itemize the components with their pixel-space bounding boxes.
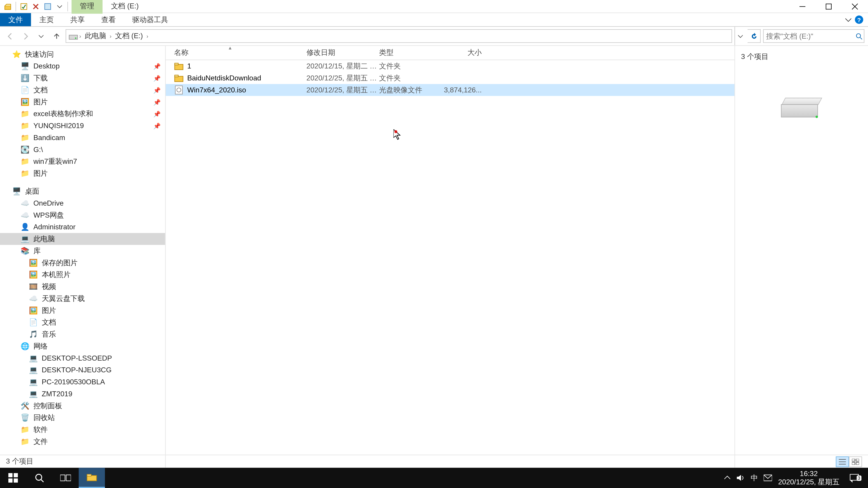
address-history-icon[interactable] bbox=[735, 27, 745, 45]
tree-documents[interactable]: 📄文档📌 bbox=[0, 84, 165, 96]
tree-control-panel[interactable]: 🛠️控制面板 bbox=[0, 400, 165, 412]
help-icon[interactable]: ? bbox=[855, 15, 863, 24]
tree-label: ZMT2019 bbox=[42, 390, 72, 398]
tree-label: 图片 bbox=[33, 168, 48, 178]
address-bar[interactable]: › 此电脑 › 文档 (E:) › bbox=[66, 29, 732, 43]
tree-recycle[interactable]: 🗑️回收站 bbox=[0, 412, 165, 424]
tree-tianyi[interactable]: ☁️天翼云盘下载 bbox=[0, 293, 165, 304]
pc-icon: 💻 bbox=[29, 389, 38, 398]
recent-locations-icon[interactable] bbox=[35, 30, 48, 43]
network-icon: 🌐 bbox=[20, 341, 30, 351]
svg-rect-4 bbox=[45, 3, 51, 9]
qat-dropdown-icon[interactable] bbox=[54, 1, 65, 11]
tree-videos[interactable]: 🎞️视频 bbox=[0, 281, 165, 293]
tab-drive-tools[interactable]: 驱动器工具 bbox=[124, 13, 177, 26]
search-box[interactable] bbox=[763, 29, 864, 43]
tree-pc4[interactable]: 💻ZMT2019 bbox=[0, 388, 165, 400]
qat-delete-icon[interactable] bbox=[31, 1, 41, 11]
tree-excel[interactable]: 📁excel表格制作求和📌 bbox=[0, 108, 165, 120]
chevron-right-icon[interactable]: › bbox=[79, 33, 81, 39]
taskbar-explorer[interactable] bbox=[79, 468, 105, 488]
column-size[interactable]: 大小 bbox=[440, 48, 482, 58]
crumb-current[interactable]: 文档 (E:) bbox=[113, 31, 145, 41]
tab-file[interactable]: 文件 bbox=[0, 13, 31, 26]
tab-view[interactable]: 查看 bbox=[93, 13, 124, 26]
expand-ribbon-icon[interactable] bbox=[845, 17, 851, 23]
task-view-icon[interactable] bbox=[53, 468, 79, 488]
forward-button[interactable] bbox=[19, 30, 32, 43]
tray-volume-icon[interactable] bbox=[737, 474, 745, 482]
tree-libraries[interactable]: 📚库 bbox=[0, 245, 165, 257]
up-button[interactable] bbox=[50, 30, 63, 43]
column-type[interactable]: 类型 bbox=[379, 48, 440, 58]
tree-pc3[interactable]: 💻PC-20190530OBLA bbox=[0, 376, 165, 388]
tree-admin[interactable]: 👤Administrator bbox=[0, 221, 165, 233]
tray-mail-icon[interactable] bbox=[764, 474, 772, 482]
start-button[interactable] bbox=[0, 468, 26, 488]
tree-label: DESKTOP-LSSOEDP bbox=[42, 354, 112, 362]
minimize-button[interactable] bbox=[789, 0, 815, 13]
tree-pics3[interactable]: 🖼️图片 bbox=[0, 304, 165, 317]
tree-wps[interactable]: ☁️WPS网盘 bbox=[0, 209, 165, 221]
tree-network[interactable]: 🌐网络 bbox=[0, 340, 165, 352]
tree-g-drive[interactable]: 💽G:\ bbox=[0, 144, 165, 156]
tree-docs2[interactable]: 📄文档 bbox=[0, 316, 165, 328]
file-row[interactable]: 12020/12/15, 星期二 1...文件夹 bbox=[166, 60, 735, 72]
tree-yunqishi[interactable]: 📁YUNQISHI2019📌 bbox=[0, 120, 165, 132]
refresh-button[interactable] bbox=[747, 29, 761, 43]
folder-icon: 📁 bbox=[20, 157, 30, 166]
crumb-this-pc[interactable]: 此电脑 bbox=[82, 31, 108, 41]
chevron-right-icon[interactable]: › bbox=[110, 33, 112, 39]
tree-desktop-root[interactable]: 🖥️桌面 bbox=[0, 185, 165, 197]
back-button[interactable] bbox=[4, 30, 17, 43]
tree-label: YUNQISHI2019 bbox=[33, 122, 84, 130]
tree-pictures2[interactable]: 📁图片 bbox=[0, 167, 165, 180]
tree-pc1[interactable]: 💻DESKTOP-LSSOEDP bbox=[0, 352, 165, 364]
tab-share[interactable]: 共享 bbox=[62, 13, 93, 26]
tree-desktop[interactable]: 🖥️Desktop📌 bbox=[0, 60, 165, 72]
navigation-tree[interactable]: ⭐快速访问 🖥️Desktop📌 ⬇️下载📌 📄文档📌 🖼️图片📌 📁excel… bbox=[0, 46, 166, 468]
search-input[interactable] bbox=[766, 32, 856, 40]
view-details-button[interactable] bbox=[836, 456, 849, 467]
tree-pictures[interactable]: 🖼️图片📌 bbox=[0, 96, 165, 108]
tree-camera-roll[interactable]: 🖼️本机照片 bbox=[0, 269, 165, 281]
tray-clock[interactable]: 16:32 2020/12/25, 星期五 bbox=[778, 469, 839, 486]
file-row[interactable]: BaiduNetdiskDownload2020/12/25, 星期五 1...… bbox=[166, 72, 735, 84]
tree-label: 音乐 bbox=[42, 329, 56, 339]
tray-ime[interactable]: 中 bbox=[751, 473, 758, 483]
tab-home[interactable]: 主页 bbox=[31, 13, 62, 26]
search-icon[interactable] bbox=[856, 33, 863, 40]
folder-icon: 📁 bbox=[20, 168, 30, 178]
tree-downloads[interactable]: ⬇️下载📌 bbox=[0, 72, 165, 84]
tree-saved-pics[interactable]: 🖼️保存的图片 bbox=[0, 257, 165, 269]
tree-win7reinstall[interactable]: 📁win7重装win7 bbox=[0, 156, 165, 167]
tree-bandicam[interactable]: 📁Bandicam bbox=[0, 132, 165, 144]
tree-pc2[interactable]: 💻DESKTOP-NJEU3CG bbox=[0, 364, 165, 376]
drive-preview-icon bbox=[781, 98, 823, 121]
column-date[interactable]: 修改日期 bbox=[307, 48, 379, 58]
close-button[interactable] bbox=[842, 0, 868, 13]
qat-more-icon[interactable] bbox=[42, 1, 53, 11]
file-list[interactable]: 12020/12/15, 星期二 1...文件夹BaiduNetdiskDown… bbox=[166, 60, 735, 96]
tree-onedrive[interactable]: ☁️OneDrive bbox=[0, 197, 165, 209]
tree-music[interactable]: 🎵音乐 bbox=[0, 328, 165, 340]
contextual-tab[interactable]: 管理 bbox=[71, 0, 102, 14]
sort-asc-icon: ▲ bbox=[228, 45, 232, 51]
tray-chevron-up-icon[interactable] bbox=[724, 475, 730, 481]
tree-this-pc[interactable]: 💻此电脑 bbox=[0, 233, 165, 245]
tree-files[interactable]: 📁文件 bbox=[0, 435, 165, 448]
app-icon[interactable] bbox=[2, 1, 13, 11]
taskbar-search-icon[interactable] bbox=[26, 468, 53, 488]
tree-label: DESKTOP-NJEU3CG bbox=[42, 366, 112, 374]
action-center-icon[interactable]: 3 bbox=[845, 473, 863, 483]
file-row[interactable]: Win7x64_2020.iso2020/12/25, 星期五 1...光盘映像… bbox=[166, 84, 735, 96]
chevron-right-icon[interactable]: › bbox=[147, 33, 148, 39]
tree-software[interactable]: 📁软件 bbox=[0, 424, 165, 435]
tree-label: 文档 bbox=[42, 317, 56, 327]
column-name[interactable]: 名称▲ bbox=[174, 48, 306, 58]
maximize-button[interactable] bbox=[815, 0, 842, 13]
view-thumbnails-button[interactable] bbox=[849, 456, 862, 467]
svg-rect-36 bbox=[87, 474, 91, 476]
qat-properties-icon[interactable] bbox=[19, 1, 29, 11]
tree-quick-access[interactable]: ⭐快速访问 bbox=[0, 48, 165, 60]
